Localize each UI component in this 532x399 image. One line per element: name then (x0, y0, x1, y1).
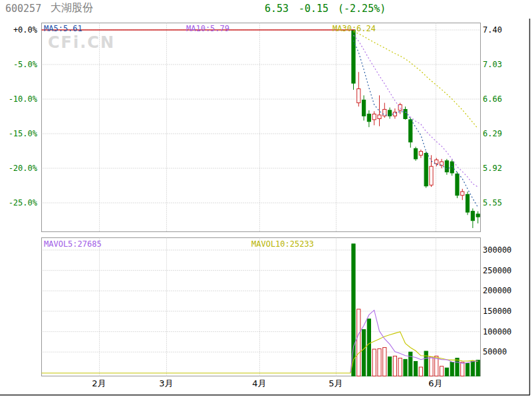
candle-body (357, 89, 360, 103)
volume-bar (367, 319, 370, 376)
price-axis-tick: 7.03 (483, 60, 502, 69)
x-axis-month: 4月 (245, 379, 274, 388)
candle-body (445, 161, 448, 172)
volume-bar (445, 368, 448, 376)
volume-axis-tick: 100000 (483, 327, 511, 336)
volume-bar (424, 351, 428, 376)
volume-bar (393, 356, 396, 376)
volume-bar (378, 348, 381, 376)
ma10-line (354, 35, 478, 187)
candle-body (430, 166, 433, 185)
volume-bar (471, 361, 474, 376)
volume-bar (414, 361, 418, 376)
volume-bar (404, 359, 407, 376)
price-axis-tick: 7.40 (483, 25, 502, 35)
stock-code: 600257 (5, 4, 41, 13)
price-axis-tick: 5.55 (483, 198, 502, 207)
volume-axis-tick: 200000 (483, 286, 511, 295)
mavol5-label: MAVOL5:27685 (44, 239, 102, 249)
candle-body (435, 160, 438, 164)
pct-axis-tick: -10.0% (3, 94, 37, 104)
volume-axis-tick: 300000 (483, 245, 511, 255)
volume-bar (409, 352, 412, 376)
stock-chart-window: 600257 大湖股份 6.53 -0.15 (-2.25%) CFi.CN M… (0, 0, 532, 399)
pct-axis-tick: -25.0% (3, 198, 37, 207)
ma5-label: MA5:5.61 (44, 24, 82, 33)
volume-bar (419, 367, 422, 376)
price-change: -0.15 (299, 4, 329, 13)
candle-body (367, 114, 370, 121)
volume-axis-tick: 50000 (483, 347, 507, 356)
candle-body (378, 115, 381, 119)
candle-body (466, 194, 469, 212)
volume-panel-border (42, 238, 481, 376)
volume-bar (372, 349, 376, 376)
volume-bar (362, 330, 366, 376)
pct-axis-tick: -20.0% (3, 164, 37, 173)
candle-body (414, 148, 418, 158)
price-axis-tick: 6.66 (483, 94, 502, 104)
price-panel-border (42, 23, 481, 232)
candle-body (409, 120, 412, 142)
candle-body (450, 162, 454, 173)
candle-body (476, 214, 479, 217)
pct-axis-tick: +0.0% (3, 25, 37, 35)
x-axis-month: 6月 (421, 379, 450, 388)
volume-bar (456, 358, 459, 376)
volume-bar (461, 362, 464, 376)
ma5-line (354, 41, 478, 207)
candle-body (424, 154, 428, 186)
price-axis-tick: 5.92 (483, 164, 502, 173)
candle-body (352, 30, 355, 83)
x-axis-month: 5月 (321, 379, 350, 388)
volume-bar (440, 366, 444, 376)
stock-name: 大湖股份 (51, 3, 93, 13)
last-price: 6.53 (265, 4, 289, 13)
volume-bar (466, 364, 469, 376)
volume-bar (430, 357, 433, 376)
volume-bar (383, 348, 386, 376)
volume-bar (357, 309, 360, 376)
volume-bar (388, 357, 392, 376)
candle-body (398, 104, 402, 110)
candle-body (362, 100, 366, 116)
volume-bar (398, 358, 402, 376)
ma30-line (354, 32, 478, 129)
pct-axis-tick: -5.0% (3, 60, 37, 69)
candle-body (461, 192, 464, 196)
pct-axis-tick: -15.0% (3, 129, 37, 138)
candle-body (372, 114, 376, 119)
mavol10-label: MAVOL10:25233 (251, 239, 314, 249)
volume-bar (476, 360, 479, 376)
volume-bar (450, 362, 454, 376)
candle-body (404, 109, 407, 118)
volume-axis-tick: 250000 (483, 266, 511, 275)
x-axis-month: 3月 (152, 379, 181, 388)
stock-chart-canvas (0, 0, 532, 399)
candle-body (456, 174, 459, 195)
ma30-label: MA30:6.24 (332, 24, 376, 33)
candle-body (419, 152, 422, 156)
ma10-label: MA10:5.79 (186, 24, 229, 33)
price-change-percent: (-2.25%) (338, 4, 386, 13)
watermark-logo: CFi.CN (48, 33, 115, 52)
volume-axis-tick: 150000 (483, 307, 511, 316)
price-axis-tick: 6.29 (483, 129, 502, 138)
x-axis-month: 2月 (84, 379, 114, 388)
candle-body (471, 211, 474, 221)
